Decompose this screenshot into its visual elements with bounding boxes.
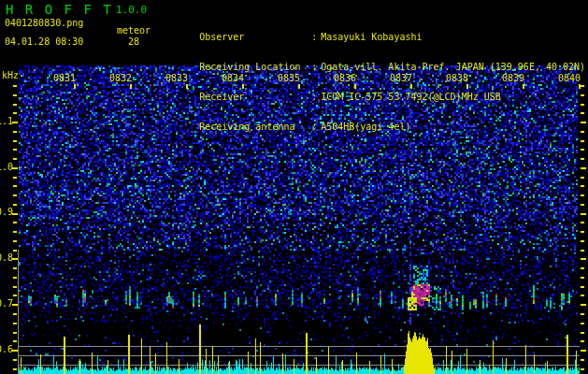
time-tick-label: 0831 — [51, 74, 76, 83]
info-row-receiver: Receiver:ICOM IC-575 53.7492(@LCD)MHz US… — [165, 83, 585, 94]
freq-tick-label: 0.7 — [0, 299, 13, 309]
freq-tick-label: 0.8 — [0, 253, 13, 263]
time-tick-label: 0832 — [108, 74, 132, 83]
info-separator: : — [311, 122, 321, 132]
freq-tick-label: 1.1 — [0, 117, 13, 126]
echo-count-label: 28 — [128, 37, 139, 47]
info-separator: : — [311, 33, 321, 42]
info-separator: : — [311, 93, 321, 102]
datetime-label: 04.01.28 08:30 — [5, 37, 83, 47]
info-label: Receiving antenna — [199, 122, 311, 132]
info-value: A504HB(yagi 4el) — [321, 122, 410, 132]
time-tick-label: 0833 — [164, 74, 188, 83]
info-value: ICOM IC-575 53.7492(@LCD)MHz USB — [321, 93, 501, 102]
time-tick-label: 0839 — [500, 74, 524, 83]
filename-label: 0401280830.png — [5, 19, 83, 28]
time-tick-label: 0840 — [556, 74, 581, 83]
info-row-antenna: Receiving antenna:A504HB(yagi 4el) — [165, 113, 585, 124]
hrofft-window: H R O F F T 1.0.0 0401280830.png meteor … — [0, 0, 588, 374]
mode-label: meteor — [117, 26, 151, 36]
version-label: 1.0.0 — [116, 5, 147, 15]
freq-tick-label: 0.9 — [0, 208, 13, 217]
freq-axis-unit-label: kHz — [2, 71, 19, 80]
info-row-observer: Observer:Masayuki Kobayashi — [165, 23, 585, 35]
info-label: Receiver — [199, 93, 311, 102]
info-row-location: Receiving Location:Ogata-vill. Akita-Pre… — [165, 53, 585, 65]
info-value: Ogata-vill. Akita-Pref. JAPAN (139.96E, … — [321, 63, 585, 72]
info-value: Masayuki Kobayashi — [321, 33, 422, 42]
info-separator: : — [311, 63, 321, 72]
info-label: Observer — [199, 33, 311, 42]
time-tick-label: 0838 — [444, 74, 468, 83]
time-tick-label: 0834 — [220, 74, 244, 83]
time-tick-label: 0835 — [276, 74, 300, 83]
freq-tick-label: 0.6 — [0, 345, 13, 354]
time-tick-label: 0836 — [332, 74, 356, 83]
info-label: Receiving Location — [199, 63, 311, 72]
freq-tick-label: 1.0 — [0, 163, 13, 172]
time-tick-label: 0837 — [388, 74, 412, 83]
app-title: H R O F F T — [6, 3, 113, 16]
